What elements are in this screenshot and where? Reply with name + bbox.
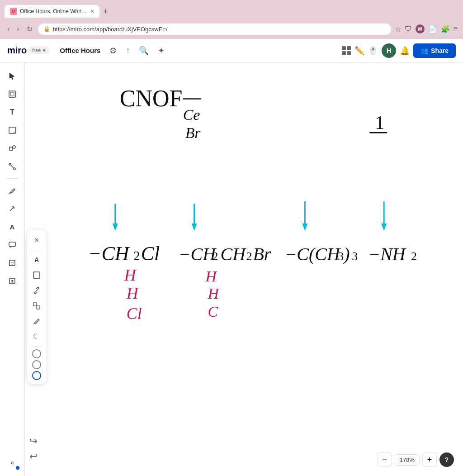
- svg-rect-14: [37, 306, 40, 309]
- connector-tool[interactable]: [4, 158, 20, 175]
- cursor-tool[interactable]: [4, 68, 20, 84]
- zoom-out-button[interactable]: −: [378, 452, 392, 467]
- help-button[interactable]: ?: [439, 452, 454, 467]
- svg-text:H: H: [205, 268, 218, 285]
- extensions-button[interactable]: 🧩: [441, 25, 450, 33]
- free-badge: free ✦: [29, 47, 49, 54]
- shape-tool[interactable]: [4, 140, 20, 157]
- text-tool[interactable]: T: [4, 104, 20, 120]
- float-circle-2[interactable]: [32, 360, 41, 369]
- share-button[interactable]: 👥 Share: [413, 43, 456, 58]
- reader-button[interactable]: 📄: [428, 25, 437, 33]
- board-title[interactable]: Office Hours: [60, 47, 100, 54]
- apps-button[interactable]: [342, 46, 351, 55]
- svg-text:1: 1: [375, 112, 384, 133]
- svg-text:−CH: −CH: [88, 243, 130, 265]
- svg-text:2: 2: [411, 250, 417, 263]
- zoom-in-button[interactable]: +: [422, 452, 437, 467]
- canvas-board[interactable]: CNOF Ce Br 1: [25, 62, 463, 476]
- browser-actions: ☆ 🛡 W 📄 🧩 ≡: [395, 24, 458, 33]
- browser-profile-icon[interactable]: W: [416, 24, 425, 33]
- float-group-tool[interactable]: [30, 299, 43, 313]
- url-bar[interactable]: 🔒 https://miro.com/app/board/uXjVPOgcswE…: [38, 24, 391, 35]
- float-frame-tool[interactable]: [30, 268, 43, 282]
- svg-text:Ce: Ce: [183, 106, 200, 123]
- tab-favicon: M: [10, 8, 17, 15]
- svg-text:Br: Br: [253, 244, 271, 264]
- svg-text:2: 2: [246, 250, 252, 263]
- svg-text:CH: CH: [221, 244, 247, 264]
- expand-tools-button[interactable]: »: [4, 454, 20, 471]
- redo-button[interactable]: ↩: [29, 451, 38, 462]
- miro-logo: miro free ✦: [7, 45, 49, 56]
- nav-back-button[interactable]: ‹: [5, 23, 11, 35]
- nav-forward-button[interactable]: ›: [15, 23, 21, 35]
- float-link-tool[interactable]: [30, 284, 43, 297]
- browser-tab[interactable]: M Office Hours, Online Whiteboard... ×: [5, 5, 99, 18]
- search-button[interactable]: 🔍: [137, 44, 151, 57]
- float-circle-1[interactable]: [32, 349, 41, 358]
- pen-tool-button[interactable]: ✏️: [354, 46, 364, 56]
- float-panel: × A: [27, 230, 46, 384]
- toolbar-icons: ⚙ ↑ 🔍 ✦: [108, 44, 166, 57]
- svg-text:3: 3: [352, 250, 358, 263]
- svg-text:C: C: [208, 303, 218, 320]
- arrow-tool[interactable]: [4, 200, 20, 217]
- tab-close-icon[interactable]: ×: [90, 8, 94, 15]
- share-icon-button[interactable]: ↑: [124, 44, 132, 57]
- shield-button[interactable]: 🛡: [405, 25, 412, 33]
- settings-button[interactable]: ⚙: [108, 44, 118, 57]
- zoom-controls: − 178% + ?: [378, 452, 454, 467]
- svg-text:): ): [343, 244, 350, 264]
- pen-tool[interactable]: [4, 182, 20, 199]
- highlighter-tool[interactable]: A: [4, 219, 20, 235]
- menu-button[interactable]: ≡: [454, 25, 458, 33]
- share-label: Share: [431, 47, 449, 54]
- address-bar: ‹ › ↻ 🔒 https://miro.com/app/board/uXjVP…: [0, 19, 463, 39]
- pointer-tool-button[interactable]: 🖱️: [368, 46, 378, 56]
- svg-rect-3: [9, 147, 13, 150]
- svg-point-4: [13, 146, 15, 148]
- nav-refresh-button[interactable]: ↻: [25, 23, 34, 35]
- svg-rect-13: [33, 303, 37, 306]
- svg-point-5: [9, 163, 11, 165]
- float-eraser-tool[interactable]: [30, 314, 43, 328]
- notifications-button[interactable]: 🔔: [400, 46, 410, 56]
- svg-text:−C(CH: −C(CH: [284, 244, 341, 264]
- bookmark-button[interactable]: ☆: [395, 25, 401, 33]
- float-circle-active[interactable]: [32, 371, 41, 380]
- plugin-button[interactable]: ✦: [156, 44, 166, 57]
- svg-text:CNOF: CNOF: [120, 86, 183, 111]
- float-text-tool[interactable]: A: [30, 253, 43, 267]
- crop-tool[interactable]: [4, 255, 20, 271]
- app-toolbar: miro free ✦ Office Hours ⚙ ↑ 🔍 ✦ ✏️ 🖱️ H…: [0, 39, 463, 62]
- svg-marker-24: [381, 224, 387, 231]
- svg-text:H: H: [124, 266, 137, 284]
- comment-tool[interactable]: [4, 237, 20, 253]
- svg-point-6: [14, 168, 15, 170]
- undo-button[interactable]: ↩: [29, 435, 38, 447]
- toolbar-right: ✏️ 🖱️ H 🔔 👥 Share: [342, 43, 456, 58]
- svg-text:−NH: −NH: [368, 244, 406, 264]
- svg-marker-21: [113, 224, 118, 231]
- svg-text:H: H: [208, 285, 220, 302]
- left-sidebar: T A: [0, 62, 25, 476]
- share-icon: 👥: [420, 47, 428, 54]
- svg-rect-12: [33, 272, 40, 278]
- undo-redo-area: ↩ ↩: [29, 435, 38, 462]
- float-x-tool[interactable]: ×: [30, 233, 43, 247]
- zoom-level-display: 178%: [395, 454, 420, 466]
- svg-text:2: 2: [133, 248, 140, 263]
- frame-tool[interactable]: [4, 86, 20, 102]
- svg-text:2: 2: [213, 250, 218, 263]
- svg-rect-1: [10, 92, 14, 96]
- svg-text:Br: Br: [185, 124, 201, 141]
- sticky-note-tool[interactable]: [4, 122, 20, 138]
- float-lasso-tool[interactable]: [30, 330, 43, 343]
- apps-grid-icon: [342, 46, 351, 55]
- canvas-drawing: CNOF Ce Br 1: [25, 62, 463, 476]
- new-tab-button[interactable]: +: [99, 5, 112, 18]
- user-avatar[interactable]: H: [382, 43, 396, 58]
- upload-tool[interactable]: [4, 273, 20, 289]
- svg-text:Cl: Cl: [127, 305, 142, 323]
